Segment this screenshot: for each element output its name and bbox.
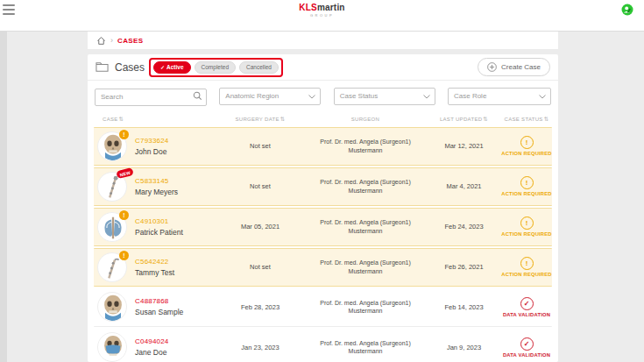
action-required-icon: !	[520, 176, 534, 189]
table-row[interactable]: ! C7933624 John Doe Not set Prof. Dr. me…	[94, 127, 552, 166]
case-id-link[interactable]: C4887868	[135, 297, 183, 305]
chip-label: Active	[166, 64, 184, 70]
avatar: !	[97, 252, 127, 282]
patient-name: Patrick Patient	[135, 228, 183, 237]
column-surgeon: SURGEON	[304, 117, 427, 122]
skull-mask-avatar-icon	[98, 333, 127, 362]
chip-label: Completed	[202, 64, 229, 70]
status-label: DATA VALIDATION	[503, 352, 550, 358]
table-row[interactable]: C0494024 Jane Doe Jan 23, 2023 Prof. Dr.…	[94, 329, 552, 362]
breadcrumb-current[interactable]: CASES	[117, 37, 144, 45]
menu-icon[interactable]	[3, 4, 15, 15]
sort-icon: ⇅	[483, 116, 488, 122]
new-badge: NEW	[116, 167, 134, 178]
patient-name: Mary Meyers	[135, 188, 178, 196]
chevron-down-icon	[423, 95, 430, 99]
filter-chip-cancelled[interactable]: Cancelled	[239, 61, 279, 74]
alert-badge: !	[119, 251, 129, 260]
surgeon-name: Prof. Dr. med. Angela (Surgeon1) Musterm…	[304, 259, 427, 275]
search-box	[95, 87, 207, 106]
case-id-link[interactable]: C0494024	[135, 337, 169, 345]
status-badge: ! ACTION REQUIRED	[501, 216, 552, 237]
case-status-value: Case Status	[340, 92, 379, 100]
alert-badge: !	[119, 210, 129, 220]
last-updated: Mar 12, 2021	[427, 142, 501, 150]
last-updated: Mar 4, 2021	[427, 182, 501, 190]
action-required-icon: !	[520, 136, 534, 149]
skull-avatar-icon	[98, 293, 127, 322]
surgery-date: Mar 05, 2021	[216, 223, 304, 231]
create-case-button[interactable]: Create Case	[478, 58, 550, 76]
patient-name: John Doe	[135, 147, 169, 156]
column-last-updated[interactable]: LAST UPDATED⇅	[427, 116, 501, 123]
surgery-date: Not set	[216, 142, 304, 150]
case-id-link[interactable]: C4910301	[135, 217, 183, 225]
patient-name: Susan Sample	[135, 308, 183, 316]
surgery-date: Not set	[216, 182, 304, 190]
logo-kls: KLS	[299, 3, 317, 12]
filter-chip-completed[interactable]: Completed	[195, 61, 236, 74]
surgery-date: Feb 28, 2023	[216, 303, 304, 311]
patient-name: Jane Doe	[135, 348, 169, 357]
table-row[interactable]: ! C5642422 Tammy Test Not set Prof. Dr. …	[94, 248, 552, 287]
avatar: NEW	[97, 172, 127, 202]
last-updated: Feb 14, 2023	[427, 303, 501, 311]
support-icon[interactable]	[621, 4, 633, 16]
case-id-link[interactable]: C5642422	[135, 258, 174, 266]
folder-icon	[96, 61, 109, 73]
top-header: KLSmartin GROUP	[0, 0, 644, 32]
status-badge: ! ACTION REQUIRED	[501, 136, 552, 156]
filter-bar: Anatomic Region Case Status Case Role	[88, 81, 558, 112]
column-case-status[interactable]: CASE STATUS⇅	[501, 116, 552, 123]
avatar: !	[97, 131, 127, 161]
action-required-icon: !	[520, 257, 534, 270]
logo-martin: martin	[317, 3, 345, 12]
breadcrumb-separator: ›	[110, 36, 113, 45]
table-row[interactable]: C4887868 Susan Sample Feb 28, 2023 Prof.…	[94, 288, 552, 327]
status-label: ACTION REQUIRED	[501, 191, 551, 196]
search-icon[interactable]	[193, 91, 202, 101]
surgery-date: Not set	[216, 263, 304, 271]
cases-panel: Cases ✓Active Completed Cancelled Create…	[88, 54, 558, 362]
search-input[interactable]	[95, 89, 207, 106]
surgeon-name: Prof. Dr. med. Angela (Surgeon1) Musterm…	[304, 299, 427, 316]
breadcrumb: › CASES	[88, 32, 558, 49]
check-icon: ✓	[160, 65, 165, 70]
column-case[interactable]: CASE⇅	[94, 116, 216, 123]
home-icon[interactable]	[96, 36, 106, 46]
left-edge-strip	[0, 32, 7, 362]
logo-group: GROUP	[299, 14, 344, 18]
plus-circle-icon	[487, 62, 497, 72]
filter-highlight-annotation: ✓Active Completed Cancelled	[149, 58, 283, 77]
avatar	[97, 292, 127, 322]
status-label: ACTION REQUIRED	[501, 272, 551, 277]
table-header: CASE⇅ SURGERY DATE⇅ SURGEON LAST UPDATED…	[88, 112, 558, 127]
case-role-select[interactable]: Case Role	[448, 88, 551, 105]
status-badge: ✓ DATA VALIDATION	[501, 337, 552, 358]
status-badge: ! ACTION REQUIRED	[501, 176, 552, 196]
data-validation-icon: ✓	[520, 337, 534, 351]
page-title: Cases	[115, 61, 145, 74]
status-label: DATA VALIDATION	[503, 312, 550, 317]
sort-icon: ⇅	[544, 116, 549, 122]
column-surgery-date[interactable]: SURGERY DATE⇅	[216, 116, 304, 123]
surgery-date: Jan 23, 2023	[216, 344, 304, 351]
filter-chip-active[interactable]: ✓Active	[153, 61, 191, 74]
last-updated: Feb 26, 2021	[427, 263, 501, 271]
anatomic-region-value: Anatomic Region	[225, 92, 279, 100]
surgeon-name: Prof. Dr. med. Angela (Surgeon1) Musterm…	[304, 178, 427, 195]
status-badge: ! ACTION REQUIRED	[501, 257, 552, 277]
case-role-value: Case Role	[454, 92, 486, 100]
table-row[interactable]: NEW C5833145 Mary Meyers Not set Prof. D…	[94, 167, 552, 206]
kls-martin-logo: KLSmartin GROUP	[299, 4, 344, 18]
surgeon-name: Prof. Dr. med. Angela (Surgeon1) Musterm…	[304, 138, 427, 154]
case-id-link[interactable]: C5833145	[135, 177, 178, 185]
case-status-select[interactable]: Case Status	[334, 88, 435, 105]
case-id-link[interactable]: C7933624	[135, 137, 169, 145]
table-row[interactable]: ! C4910301 Patrick Patient Mar 05, 2021 …	[94, 208, 552, 246]
chip-label: Cancelled	[246, 64, 272, 70]
case-list: ! C7933624 John Doe Not set Prof. Dr. me…	[88, 127, 558, 362]
avatar: !	[97, 212, 127, 242]
status-label: ACTION REQUIRED	[501, 231, 551, 237]
anatomic-region-select[interactable]: Anatomic Region	[219, 88, 321, 105]
